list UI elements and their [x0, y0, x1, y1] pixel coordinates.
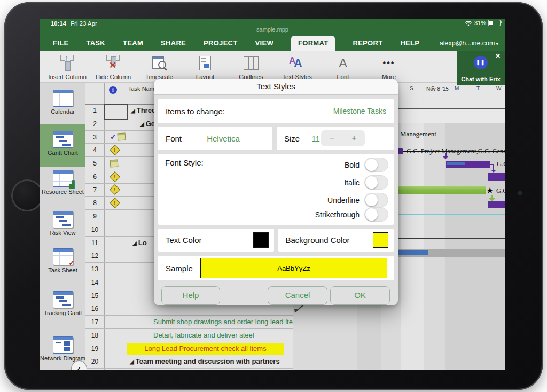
tab-share[interactable]: SHARE [161, 36, 186, 51]
row-number[interactable]: 12 [85, 249, 104, 262]
sample-preview: AaBbYyZz [200, 258, 387, 278]
font-button[interactable]: A Font [320, 51, 366, 82]
background-color-swatch[interactable] [373, 232, 388, 248]
completed-check-icon: ✓ [110, 132, 116, 141]
tab-task[interactable]: TASK [86, 36, 105, 51]
row-number[interactable]: 2 [85, 117, 104, 130]
row-number[interactable]: 19 [85, 342, 104, 355]
collapse-triangle-icon[interactable]: ◢ [140, 121, 144, 127]
indicator-cell: ! [104, 184, 126, 197]
row-number[interactable]: 18 [85, 329, 104, 342]
row-number[interactable]: 6 [85, 170, 104, 183]
row-number[interactable]: 13 [85, 263, 104, 276]
collapse-triangle-icon[interactable]: ◢ [132, 240, 137, 246]
row-number[interactable]: 3 [85, 131, 104, 144]
font-row[interactable]: Font Helvetica [158, 127, 272, 150]
timescale-button[interactable]: Timescale [136, 51, 182, 82]
row-number[interactable]: 16 [85, 302, 104, 315]
italic-label: Italic [344, 178, 360, 187]
tracking-gantt-icon [53, 291, 73, 308]
size-increase-button[interactable]: + [343, 130, 365, 146]
row-number[interactable]: 7 [85, 184, 104, 197]
sidebar-item-risk-view[interactable]: Risk View [40, 211, 85, 237]
items-to-change-value[interactable]: Milestone Tasks [333, 107, 386, 115]
table-row[interactable]: 19Long Lead Procurement check all items [85, 342, 293, 356]
hide-column-button[interactable]: ✕ Hide Column [90, 51, 136, 82]
row-number[interactable]: 15 [85, 289, 104, 302]
font-value[interactable]: Helvetica [182, 134, 265, 143]
layout-icon [199, 53, 211, 73]
strikethrough-toggle[interactable] [364, 207, 388, 222]
gantt-label-star: G.C. [496, 187, 505, 195]
highlighted-task-text: Long Lead Procurement check all items [127, 343, 284, 355]
day-tick [489, 96, 489, 108]
size-decrease-button[interactable]: − [321, 130, 343, 146]
gantt-bar-progress [447, 162, 465, 165]
table-row[interactable]: 18Detail, fabricate and deliver steel [85, 329, 293, 342]
sidebar-item-calendar[interactable]: Calendar [40, 90, 85, 115]
sidebar-item-resource-sheet[interactable]: ▟ Resource Sheet [40, 170, 85, 195]
row-number[interactable]: 9 [85, 210, 104, 223]
indicator-cell [104, 289, 126, 302]
gridlines-button[interactable]: Gridlines [228, 51, 274, 82]
row-number[interactable]: 4 [85, 144, 104, 156]
resource-sheet-icon: ▟ [53, 170, 73, 187]
tab-view[interactable]: VIEW [255, 36, 274, 51]
tab-team[interactable]: TEAM [123, 36, 143, 51]
italic-toggle[interactable] [364, 175, 388, 190]
close-icon[interactable]: ✕ [495, 52, 501, 60]
sidebar-item-gantt-chart[interactable]: Gantt Chart [40, 124, 85, 167]
background-color-row[interactable]: Background Color [278, 229, 394, 252]
items-to-change-row[interactable]: Items to change: Milestone Tasks [158, 99, 394, 123]
sidebar-item-network-diagram[interactable]: Network Diagram [40, 336, 85, 362]
underline-toggle[interactable] [364, 193, 388, 207]
indicator-cell [104, 237, 126, 249]
collapse-triangle-icon[interactable]: ◢ [130, 359, 134, 365]
insert-column-button[interactable]: ↑ Insert Column [44, 51, 90, 82]
sidebar-item-tracking-gantt[interactable]: Tracking Gantt [40, 291, 85, 317]
row-number[interactable]: 5 [85, 157, 104, 170]
warning-icon: ! [110, 145, 120, 155]
row-number[interactable]: 20 [85, 355, 104, 368]
layout-button[interactable]: Layout [182, 51, 228, 82]
task-name-cell[interactable]: Submit shop drawings and order long lead… [126, 316, 293, 328]
account-menu[interactable]: alexp@h...ine.com▾ [440, 40, 498, 47]
day-tick [402, 96, 402, 108]
text-color-swatch[interactable] [253, 232, 269, 248]
gantt-bar-purple[interactable] [488, 173, 505, 181]
row-number[interactable]: 8 [85, 197, 104, 209]
tab-project[interactable]: PROJECT [204, 36, 238, 51]
collapse-triangle-icon[interactable]: ◢ [131, 108, 135, 114]
sidebar-item-task-sheet[interactable]: ✓ Task Sheet [40, 248, 85, 274]
table-row[interactable]: 20◢Team meeting and discussion with part… [85, 355, 293, 369]
table-row[interactable]: 17Submit shop drawings and order long le… [85, 316, 293, 329]
more-button[interactable]: ••• More [366, 51, 412, 82]
indicator-cell [104, 342, 126, 355]
tab-help[interactable]: HELP [400, 36, 419, 51]
tab-format[interactable]: FORMAT [291, 36, 335, 51]
indicator-cell [104, 316, 126, 328]
tab-report[interactable]: REPORT [353, 36, 382, 51]
home-button[interactable] [11, 179, 43, 211]
text-color-row[interactable]: Text Color [158, 229, 274, 252]
bold-toggle-row: Bold [345, 158, 388, 172]
selected-cell-outline [104, 104, 128, 120]
row-number[interactable]: 17 [85, 316, 104, 328]
row-number[interactable]: 14 [85, 276, 104, 289]
row-number[interactable]: 11 [85, 237, 104, 249]
cancel-button[interactable]: Cancel [268, 286, 327, 305]
row-number[interactable]: 1 [85, 104, 104, 117]
chat-panel[interactable]: ✕ ❚❚ Chat with Erix [457, 51, 505, 85]
text-styles-button[interactable]: AA Text Styles [274, 51, 320, 82]
ok-button[interactable]: OK [330, 286, 390, 305]
text-color-label: Text Color [166, 236, 202, 245]
help-button[interactable]: Help [161, 286, 220, 305]
tab-file[interactable]: FILE [53, 36, 68, 51]
gantt-bar-purple[interactable] [488, 201, 505, 208]
document-title: sample.mpp [40, 26, 505, 33]
task-name-cell[interactable]: Detail, fabricate and deliver steel [126, 329, 293, 342]
row-number[interactable]: 10 [85, 223, 104, 236]
task-name-cell[interactable]: Long Lead Procurement check all items [126, 342, 293, 355]
task-name-cell[interactable]: ◢Team meeting and discussion with partne… [126, 355, 293, 368]
bold-toggle[interactable] [364, 158, 388, 172]
